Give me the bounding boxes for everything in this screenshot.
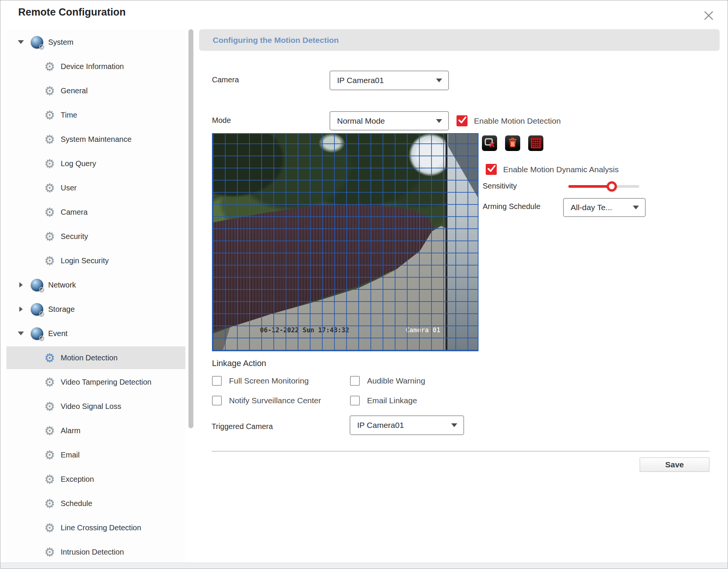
sidebar-item-general[interactable]: ⚙General <box>6 79 185 102</box>
sensitivity-label: Sensitivity <box>483 182 517 190</box>
camera-label: Camera <box>212 75 239 84</box>
gear-icon: ⚙ <box>44 182 57 194</box>
mode-dropdown[interactable]: Normal Mode <box>329 111 449 130</box>
sidebar-item-security[interactable]: ⚙Security <box>6 225 185 248</box>
sidebar-item-user[interactable]: ⚙User <box>6 176 185 199</box>
sidebar-item-time[interactable]: ⚙Time <box>6 104 185 126</box>
sidebar-item-login-security[interactable]: ⚙Login Security <box>6 249 185 272</box>
triggered-camera-label: Triggered Camera <box>212 422 273 431</box>
globe-gear-icon: ⚙ <box>31 327 43 340</box>
checkbox-unchecked[interactable] <box>350 396 360 406</box>
sidebar-scrollbar-thumb[interactable] <box>188 29 193 428</box>
camera-dropdown[interactable]: IP Camera01 <box>329 71 449 90</box>
sidebar-item-label: Time <box>61 111 77 119</box>
sidebar-item-schedule[interactable]: ⚙Schedule <box>6 492 185 515</box>
gear-icon: ⚙ <box>44 522 57 534</box>
sidebar-item-email[interactable]: ⚙Email <box>6 443 185 466</box>
sidebar-item-camera[interactable]: ⚙Camera <box>6 201 185 223</box>
sidebar-item-alarm[interactable]: ⚙Alarm <box>6 419 185 442</box>
checkbox-unchecked[interactable] <box>350 376 360 386</box>
gear-icon: ⚙ <box>44 206 57 218</box>
sidebar-item-label: Line Crossing Detection <box>61 523 141 532</box>
chevron-down-icon <box>436 119 442 123</box>
gear-icon: ⚙ <box>44 61 57 72</box>
select-all-area-button[interactable] <box>528 135 543 151</box>
triangle-collapsed-icon[interactable] <box>18 306 24 312</box>
linkage-option-full-screen-monitoring[interactable]: Full Screen Monitoring <box>212 376 350 386</box>
chevron-down-icon <box>451 423 457 427</box>
clear-region-button[interactable] <box>482 135 497 151</box>
sidebar-item-intrusion-detection[interactable]: ⚙Intrusion Detection <box>6 541 185 563</box>
triangle-expanded-icon[interactable] <box>18 39 24 45</box>
save-button[interactable]: Save <box>640 457 709 472</box>
sidebar-item-label: Exception <box>61 475 94 484</box>
sidebar-item-label: Login Security <box>61 256 109 265</box>
linkage-option-audible-warning[interactable]: Audible Warning <box>350 376 475 386</box>
linkage-option-email-linkage[interactable]: Email Linkage <box>350 396 475 406</box>
checkbox-unchecked[interactable] <box>212 396 222 406</box>
triangle-collapsed-icon[interactable] <box>18 282 24 288</box>
linkage-option-label: Audible Warning <box>367 376 425 385</box>
sidebar-item-label: Camera <box>61 208 88 217</box>
check-icon <box>486 164 496 175</box>
linkage-action-title: Linkage Action <box>212 358 266 368</box>
sidebar-item-label: System Maintenance <box>61 135 132 144</box>
gear-icon: ⚙ <box>44 401 57 412</box>
close-button[interactable] <box>701 9 716 24</box>
sidebar-group-label: Network <box>48 281 76 289</box>
sidebar-item-system-maintenance[interactable]: ⚙System Maintenance <box>6 128 185 151</box>
sidebar-item-label: Intrusion Detection <box>61 548 124 556</box>
enable-motion-detection-checkbox[interactable] <box>457 115 468 126</box>
gear-icon: ⚙ <box>44 352 57 364</box>
remote-configuration-dialog: Remote Configuration ⚙System⚙Device Info… <box>0 0 728 569</box>
motion-area-canvas[interactable]: 06-12-2022 Sun 17:43:32 Camera 01 <box>212 133 479 351</box>
globe-gear-icon: ⚙ <box>31 279 43 291</box>
sidebar-group-label: Event <box>48 329 67 338</box>
enable-dynamic-analysis-checkbox[interactable] <box>486 164 497 175</box>
sidebar-item-label: Video Signal Loss <box>61 402 121 411</box>
mode-label: Mode <box>212 116 231 125</box>
sidebar-group-storage[interactable]: ⚙Storage <box>6 298 185 321</box>
sensitivity-slider-handle[interactable] <box>607 181 617 192</box>
delete-region-button[interactable] <box>505 135 520 151</box>
sensitivity-slider[interactable] <box>568 185 639 188</box>
sidebar-item-exception[interactable]: ⚙Exception <box>6 468 185 490</box>
sidebar-item-video-tampering-detection[interactable]: ⚙Video Tampering Detection <box>6 371 185 393</box>
sidebar-item-label: Video Tampering Detection <box>61 378 151 387</box>
checkbox-unchecked[interactable] <box>212 376 222 386</box>
camera-dropdown-value: IP Camera01 <box>337 76 384 85</box>
sidebar-tree: ⚙System⚙Device Information⚙General⚙Time⚙… <box>6 29 185 563</box>
sidebar-item-label: Alarm <box>61 426 80 435</box>
sidebar-group-label: Storage <box>48 305 75 314</box>
sidebar-group-event[interactable]: ⚙Event <box>6 322 185 345</box>
gear-icon: ⚙ <box>44 255 57 267</box>
sensitivity-slider-fill <box>568 185 612 188</box>
triggered-camera-dropdown[interactable]: IP Camera01 <box>350 415 464 435</box>
gear-icon: ⚙ <box>44 425 57 437</box>
triangle-expanded-icon[interactable] <box>18 330 24 336</box>
sidebar-item-label: General <box>61 86 88 95</box>
sidebar-item-label: Security <box>61 232 88 241</box>
sidebar-item-motion-detection[interactable]: ⚙Motion Detection <box>6 346 185 369</box>
sidebar-item-label: User <box>61 184 77 192</box>
sidebar-group-system[interactable]: ⚙System <box>6 31 185 53</box>
gear-icon: ⚙ <box>44 376 57 388</box>
linkage-option-notify-surveillance-center[interactable]: Notify Surveillance Center <box>212 396 350 406</box>
triggered-camera-value: IP Camera01 <box>357 421 404 430</box>
sidebar-item-line-crossing-detection[interactable]: ⚙Line Crossing Detection <box>6 516 185 539</box>
sidebar-item-label: Log Query <box>61 159 96 168</box>
sidebar-item-log-query[interactable]: ⚙Log Query <box>6 152 185 175</box>
sidebar-item-label: Schedule <box>61 499 92 508</box>
dialog-title: Remote Configuration <box>18 6 126 18</box>
sidebar-group-label: System <box>48 38 74 47</box>
globe-gear-icon: ⚙ <box>31 36 43 49</box>
sidebar-item-device-information[interactable]: ⚙Device Information <box>6 55 185 78</box>
linkage-options: Full Screen MonitoringAudible WarningNot… <box>212 376 475 406</box>
sidebar-item-video-signal-loss[interactable]: ⚙Video Signal Loss <box>6 395 185 418</box>
chevron-down-icon <box>436 79 442 82</box>
sidebar-group-network[interactable]: ⚙Network <box>6 273 185 296</box>
linkage-option-label: Notify Surveillance Center <box>229 396 321 405</box>
section-title: Configuring the Motion Detection <box>213 36 339 45</box>
gear-icon: ⚙ <box>44 85 57 97</box>
arming-schedule-dropdown[interactable]: All-day Te... <box>563 198 646 217</box>
